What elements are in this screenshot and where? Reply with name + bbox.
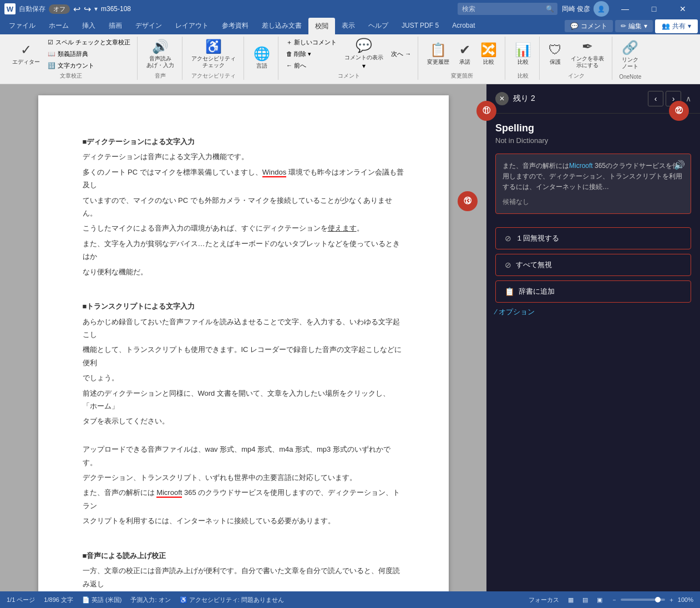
wordcount-btn[interactable]: 🔢 文字カウント xyxy=(45,60,133,71)
word-count: 1/896 文字 xyxy=(44,596,73,604)
accessibility-label: アクセシビリティチェック xyxy=(191,55,236,69)
search-input[interactable] xyxy=(458,3,557,15)
reject-btn[interactable]: 🔀 比較 xyxy=(477,37,500,70)
sidebar-close-btn[interactable]: ✕ xyxy=(495,92,509,105)
new-comment-btn[interactable]: ＋ 新しいコメント xyxy=(284,37,339,48)
prev-comment-btn[interactable]: ← 前へ xyxy=(284,60,339,71)
editor-label: エディター xyxy=(12,59,40,65)
para-14: また、音声の解析には Microoft 365 のクラウドサービスを使用しますの… xyxy=(83,486,404,512)
autosave-label: 自動保存 xyxy=(19,4,45,14)
undo-btn[interactable]: ↩ xyxy=(73,4,80,14)
tab-insert[interactable]: 挿入 xyxy=(75,18,102,34)
ignore-all-btn[interactable]: ⊘ すべて無視 xyxy=(495,254,691,276)
tab-acrobat[interactable]: Acrobat xyxy=(445,18,481,34)
compare-btn[interactable]: 📊 比較 xyxy=(511,37,535,70)
para-4: こうしたマイクによる音声入力の環境があれば、すぐにディクテーションを使えます。 xyxy=(83,222,404,234)
tab-help[interactable]: ヘルプ xyxy=(362,18,395,34)
delete-comment-btn[interactable]: 🗑 削除 ▾ xyxy=(284,49,339,59)
tab-view[interactable]: 表示 xyxy=(335,18,362,34)
thesaurus-btn[interactable]: 📖 類義語辞典 xyxy=(45,49,133,59)
show-comments-dropdown: ▾ xyxy=(362,62,366,70)
next-comment-btn[interactable]: 次へ → xyxy=(389,49,413,59)
heading-voice: ■音声による読み上げ校正 xyxy=(83,549,404,562)
ribbon-group-ink: 🛡 保護 ✒ インクを非表示にする インク xyxy=(541,37,612,80)
accessibility-status: ♿ アクセシビリティ: 問題ありません xyxy=(180,596,284,604)
para-1: ディクテーションは音声による文字入力機能です。 xyxy=(83,150,404,163)
editor-btn[interactable]: ✓ エディター xyxy=(9,37,43,70)
tab-references[interactable]: 参考資料 xyxy=(215,18,255,34)
linked-notes-btn[interactable]: 🔗 リンクノート xyxy=(618,38,642,71)
layout-icon1[interactable]: ▦ xyxy=(568,596,574,604)
user-avatar[interactable]: 👤 xyxy=(594,1,609,17)
share-btn[interactable]: 👥 共有 ▾ xyxy=(655,19,698,33)
tab-justpdf[interactable]: JUST PDF 5 xyxy=(395,18,445,34)
options-link[interactable]: ∕ オプション xyxy=(495,307,691,317)
comment-btn[interactable]: 💬 コメント xyxy=(565,20,613,32)
tab-file[interactable]: ファイル xyxy=(2,18,42,34)
sidebar-collapse-btn[interactable]: ∧ xyxy=(686,94,691,103)
language-btn[interactable]: 🌐 言語 xyxy=(250,41,273,74)
add-to-dict-btn[interactable]: 📋 辞書に追加 xyxy=(495,280,691,303)
quick-access-dropdown[interactable]: ▾ xyxy=(94,5,98,13)
ribbon-group-onenote-content: 🔗 リンクノート xyxy=(618,37,642,73)
tab-home[interactable]: ホーム xyxy=(42,18,75,34)
autosave-toggle[interactable]: オフ xyxy=(49,4,70,14)
zoom-thumb xyxy=(655,597,661,602)
edit-btn[interactable]: ✏ 編集 ▾ xyxy=(615,20,653,32)
ribbon-group-ink-content: 🛡 保護 ✒ インクを非表示にする xyxy=(545,37,607,71)
voice-group-label: 音声 xyxy=(155,71,166,80)
ribbon-group-language-content: 🌐 言語 xyxy=(250,37,273,79)
spelling-subtitle: Not in Dictionary xyxy=(495,136,691,145)
minimize-btn[interactable]: — xyxy=(612,0,638,18)
sidebar-remaining: 残り 2 xyxy=(513,94,535,104)
voice-btn[interactable]: 🔊 音声読みあげ・入力 xyxy=(143,37,177,70)
ribbon-group-proofing: ✓ エディター ☑ スペル チェックと文章校正 📖 類義語辞典 🔢 文字カウント… xyxy=(4,37,138,80)
accessibility-icon: ♿ xyxy=(205,39,222,54)
ribbon-group-compare: 📊 比較 比較 xyxy=(506,37,540,80)
compare-icon: 📊 xyxy=(515,42,531,58)
zoom-slider[interactable] xyxy=(621,599,665,601)
filename: m365-108 xyxy=(101,5,131,13)
spellcheck-btn[interactable]: ☑ スペル チェックと文章校正 xyxy=(45,37,133,48)
action-buttons-area: ⑭ ⑮ ⑯ ⊘ １回無視する ⊘ すべて無視 📋 辞書に追加 xyxy=(495,227,691,303)
track-changes-btn[interactable]: 📋 変更履歴 xyxy=(424,37,453,70)
tab-design[interactable]: デザイン xyxy=(129,18,169,34)
show-comments-btn[interactable]: 💬 コメントの表示 ▾ xyxy=(341,37,387,70)
close-btn[interactable]: ✕ xyxy=(670,0,696,18)
voice-icon: 🔊 xyxy=(152,39,169,54)
layout-icon2[interactable]: ▤ xyxy=(582,596,588,604)
restore-btn[interactable]: □ xyxy=(641,0,667,18)
share-icon: 👥 xyxy=(662,22,670,30)
tab-draw[interactable]: 描画 xyxy=(102,18,129,34)
ribbon: ✓ エディター ☑ スペル チェックと文章校正 📖 類義語辞典 🔢 文字カウント… xyxy=(0,34,700,84)
voice-label: 音声読みあげ・入力 xyxy=(146,55,174,69)
status-right: フォーカス ▦ ▤ ▣ － ＋ 100% xyxy=(529,596,693,604)
tab-mailings[interactable]: 差し込み文書 xyxy=(255,18,308,34)
page-info: 1/1 ページ xyxy=(7,596,35,604)
redo-btn[interactable]: ↪ xyxy=(84,4,91,14)
para-11: タブを表示してください。 xyxy=(83,415,404,427)
zoom-in-btn[interactable]: ＋ xyxy=(668,596,674,604)
sidebar-prev-btn[interactable]: ‹ xyxy=(648,91,663,106)
spelling-title: Spelling xyxy=(495,122,691,134)
hide-ink-icon: ✒ xyxy=(582,39,593,54)
para-9: でしょう。 xyxy=(83,371,404,384)
accept-btn[interactable]: ✔ 承諾 xyxy=(455,37,475,70)
speaker-btn[interactable]: 🔊 xyxy=(674,160,685,170)
protect-btn[interactable]: 🛡 保護 xyxy=(545,37,565,70)
ribbon-group-onenote: 🔗 リンクノート OneNote xyxy=(613,37,647,80)
username: 岡崎 俊彦 xyxy=(562,4,590,14)
layout-icon3[interactable]: ▣ xyxy=(597,596,602,604)
tab-review[interactable]: 校閲 xyxy=(308,18,335,34)
zoom-out-btn[interactable]: － xyxy=(611,596,617,604)
hide-ink-btn[interactable]: ✒ インクを非表示にする xyxy=(567,37,607,70)
ribbon-group-accessibility: ♿ アクセシビリティチェック アクセシビリティ xyxy=(184,37,244,80)
accessibility-icon: ♿ xyxy=(180,596,187,603)
ignore-once-btn[interactable]: ⊘ １回無視する xyxy=(495,227,691,249)
autosave-state: オフ xyxy=(53,6,65,12)
annotation-13: ⑬ xyxy=(458,191,478,211)
focus-mode[interactable]: フォーカス xyxy=(529,596,559,604)
accessibility-btn[interactable]: ♿ アクセシビリティチェック xyxy=(188,37,239,70)
comment-small-btns: ＋ 新しいコメント 🗑 削除 ▾ ← 前へ xyxy=(284,37,339,71)
tab-layout[interactable]: レイアウト xyxy=(169,18,215,34)
